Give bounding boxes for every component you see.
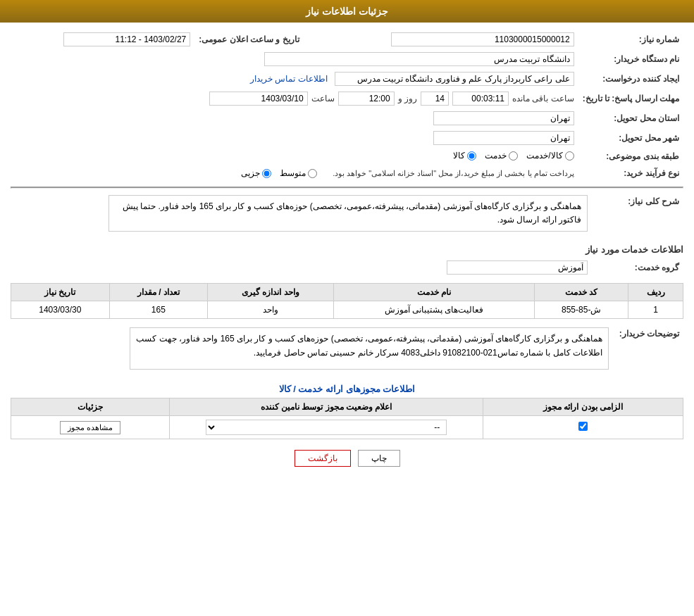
- permits-section-title: اطلاعات مجوزهای ارائه خدمت / کالا: [11, 384, 683, 394]
- purchase-type-radio-jozyi[interactable]: [262, 169, 271, 178]
- perm-col-required: الزامی بودن ارائه مجوز: [483, 398, 683, 416]
- perm-status-select[interactable]: --: [206, 420, 447, 435]
- category-option-kala-khedmat: کالا/خدمت: [526, 151, 574, 161]
- col-header-qty: تعداد / مقدار: [109, 284, 207, 301]
- buyer-notes-label: توضیحات خریدار:: [613, 325, 683, 377]
- creator-input[interactable]: [335, 72, 574, 86]
- description-box: هماهنگی و برگزاری کارگاه‌های آموزشی (مقد…: [109, 195, 588, 232]
- purchase-type-radio-group: پرداخت تمام یا بخشی از مبلغ خرید،از محل …: [241, 168, 574, 178]
- category-radio-khedmat[interactable]: [509, 151, 518, 161]
- deadline-remaining-label: ساعت باقی مانده: [512, 94, 574, 103]
- services-group-input[interactable]: [447, 260, 588, 275]
- deadline-time-label: ساعت: [311, 94, 335, 103]
- info-table: شماره نیاز: تاریخ و ساعت اعلان عمومی: نا…: [11, 30, 683, 181]
- city-label: شهر محل تحویل:: [578, 128, 683, 148]
- permissions-table: الزامی بودن ارائه مجوز اعلام وضعیت مجوز …: [11, 398, 683, 439]
- cell-date: 1403/03/30: [11, 301, 110, 319]
- deadline-days-label: روز و: [398, 94, 417, 103]
- print-button[interactable]: چاپ: [358, 450, 400, 467]
- deadline-label: مهلت ارسال پاسخ: تا تاریخ:: [578, 89, 683, 108]
- perm-required-checkbox[interactable]: [578, 422, 588, 431]
- page-header: جزئیات اطلاعات نیاز: [0, 0, 694, 23]
- request-number-input[interactable]: [391, 32, 574, 46]
- perm-col-details: جزئیات: [11, 398, 170, 416]
- services-group-label: گروه خدمت:: [592, 258, 683, 277]
- table-row: 1 ش-85-855 فعالیت‌های پشتیبانی آموزش واح…: [11, 301, 683, 319]
- page-wrapper: جزئیات اطلاعات نیاز شماره نیاز: تاریخ و …: [0, 0, 694, 616]
- perm-row: -- مشاهده مجوز: [11, 416, 683, 439]
- description-section: شرح کلی نیاز: هماهنگی و برگزاری کارگاه‌ه…: [11, 192, 683, 239]
- col-header-code: کد خدمت: [535, 284, 628, 301]
- purchase-type-note: پرداخت تمام یا بخشی از مبلغ خرید،از محل …: [333, 169, 574, 178]
- perm-required-cell: [483, 416, 683, 439]
- cell-unit: واحد: [208, 301, 334, 319]
- purchase-type-radio-motavasset[interactable]: [308, 169, 317, 178]
- cell-name: فعالیت‌های پشتیبانی آموزش: [333, 301, 535, 319]
- perm-col-status: اعلام وضعیت مجوز توسط نامین کننده: [170, 398, 483, 416]
- footer-buttons: چاپ بازگشت: [11, 450, 683, 467]
- services-group-table: گروه خدمت:: [11, 258, 683, 277]
- deadline-remaining-input[interactable]: [452, 92, 509, 106]
- cell-row: 1: [628, 301, 683, 319]
- purchase-type-label: نوع فرآیند خرید:: [578, 165, 683, 182]
- page-title: جزئیات اطلاعات نیاز: [306, 6, 388, 17]
- col-header-row: ردیف: [628, 284, 683, 301]
- creator-label: ایجاد کننده درخواست:: [578, 69, 683, 89]
- deadline-date-input[interactable]: [209, 92, 308, 106]
- category-option-khedmat: خدمت: [485, 151, 518, 161]
- request-number-label: شماره نیاز:: [578, 30, 683, 49]
- services-table: ردیف کد خدمت نام خدمت واحد اندازه گیری ت…: [11, 283, 683, 319]
- category-radio-kala-khedmat[interactable]: [565, 151, 574, 161]
- description-label: شرح کلی نیاز:: [592, 192, 683, 239]
- purchase-type-label-jozyi: جزیی: [241, 168, 260, 178]
- view-permit-button[interactable]: مشاهده مجوز: [60, 421, 120, 434]
- buyer-notes-box: هماهنگی و برگزاری کارگاه‌های آموزشی (مقد…: [130, 327, 609, 370]
- category-label-kala: کالا: [453, 151, 465, 161]
- purchase-type-option-motavasset: متوسط: [280, 168, 317, 178]
- services-section-title: اطلاعات خدمات مورد نیاز: [11, 244, 683, 255]
- category-radio-group: کالا/خدمت خدمت کالا: [453, 151, 574, 161]
- col-header-name: نام خدمت: [333, 284, 535, 301]
- announce-value: [11, 30, 194, 49]
- buyer-org-input[interactable]: [264, 52, 574, 66]
- buyer-org-label: نام دستگاه خریدار:: [578, 49, 683, 69]
- cell-qty: 165: [109, 301, 207, 319]
- category-label-khedmat: خدمت: [485, 151, 507, 161]
- category-radio-kala[interactable]: [467, 151, 476, 161]
- back-button[interactable]: بازگشت: [295, 450, 351, 467]
- announce-label: تاریخ و ساعت اعلان عمومی:: [194, 30, 303, 49]
- content-area: شماره نیاز: تاریخ و ساعت اعلان عمومی: نا…: [0, 23, 694, 484]
- deadline-days-input[interactable]: [421, 92, 449, 106]
- perm-status-cell: --: [170, 416, 483, 439]
- divider-1: [11, 187, 683, 189]
- category-option-kala: کالا: [453, 151, 476, 161]
- col-header-unit: واحد اندازه گیری: [208, 284, 334, 301]
- category-label-kala-khedmat: کالا/خدمت: [526, 151, 562, 161]
- announce-input[interactable]: [63, 32, 190, 46]
- category-label: طبقه بندی موضوعی:: [578, 148, 683, 165]
- purchase-type-label-motavasset: متوسط: [280, 168, 306, 178]
- perm-details-cell: مشاهده مجوز: [11, 416, 170, 439]
- province-input[interactable]: [433, 111, 574, 125]
- purchase-type-option-jozyi: جزیی: [241, 168, 271, 178]
- buyer-notes-section: توضیحات خریدار: هماهنگی و برگزاری کارگاه…: [11, 325, 683, 377]
- deadline-time-input[interactable]: [338, 92, 395, 106]
- creator-link[interactable]: اطلاعات تماس خریدار: [250, 74, 328, 84]
- city-input[interactable]: [433, 131, 574, 145]
- request-number-value: [318, 30, 578, 49]
- province-label: استان محل تحویل:: [578, 108, 683, 128]
- col-header-date: تاریخ نیاز: [11, 284, 110, 301]
- cell-code: ش-85-855: [535, 301, 628, 319]
